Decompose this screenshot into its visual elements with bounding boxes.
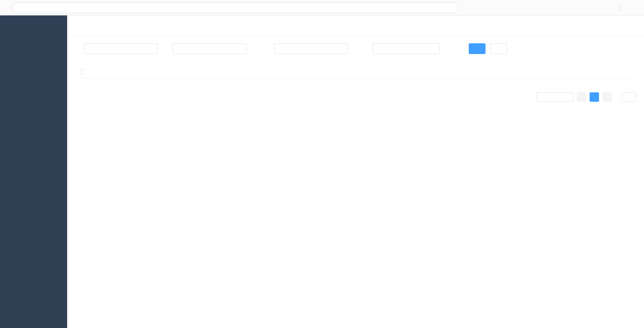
- avatar-caret-icon: [634, 22, 637, 26]
- page-number-button[interactable]: [590, 92, 599, 102]
- table-header-row: [74, 65, 637, 78]
- refresh-icon: [495, 46, 500, 51]
- sidebar: [0, 15, 67, 328]
- chevron-right-icon: [605, 95, 609, 99]
- prev-page-button[interactable]: [577, 92, 586, 102]
- sidebar-menu: [0, 34, 67, 328]
- main-content: [67, 15, 644, 328]
- app-logo: [0, 15, 67, 34]
- address-bar[interactable]: [12, 2, 459, 13]
- app-topbar: [67, 15, 644, 32]
- reset-button[interactable]: [490, 43, 507, 54]
- search-icon: [474, 46, 478, 51]
- select-all-checkbox[interactable]: [80, 69, 85, 74]
- dict-name-input[interactable]: [84, 43, 158, 54]
- page-size-select[interactable]: [537, 92, 573, 102]
- dict-type-input[interactable]: [173, 43, 246, 54]
- pagination: [74, 92, 639, 102]
- lock-icon: [17, 5, 22, 10]
- tag-tabs: [67, 32, 644, 36]
- copilot-icon[interactable]: [630, 3, 639, 12]
- hamburger-icon[interactable]: [74, 20, 80, 27]
- goto-page-input[interactable]: [622, 92, 636, 102]
- table-toolbar: [67, 54, 644, 65]
- dict-table: [74, 65, 637, 78]
- browser-toolbar: [0, 0, 644, 15]
- toolbar-divider: [620, 4, 620, 11]
- chevron-down-icon: [339, 47, 343, 51]
- leaf-icon: [8, 20, 17, 29]
- search-button[interactable]: [469, 43, 486, 54]
- user-avatar[interactable]: [619, 19, 628, 28]
- filter-bar: [67, 36, 644, 54]
- next-page-button[interactable]: [602, 92, 612, 102]
- topbar-actions: [618, 19, 637, 28]
- chevron-down-icon: [554, 95, 558, 99]
- date-range-picker[interactable]: [373, 43, 440, 54]
- chevron-left-icon: [580, 95, 584, 99]
- status-select[interactable]: [274, 43, 348, 54]
- calendar-icon: [399, 46, 404, 51]
